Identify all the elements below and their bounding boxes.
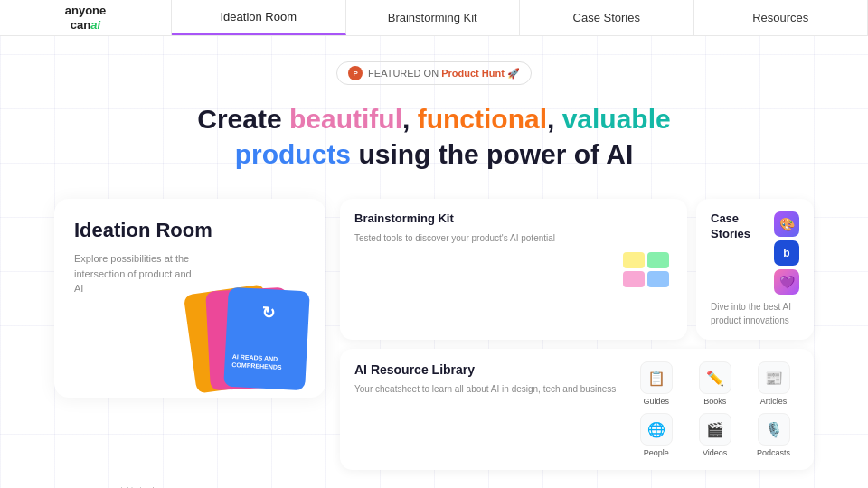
logo-text: anyonecanai xyxy=(65,4,107,32)
nav-item-ideation-room[interactable]: Ideation Room xyxy=(172,0,346,35)
ph-icon: P xyxy=(348,66,363,80)
hero-headline: Create beautiful, functional, valuable p… xyxy=(54,101,814,172)
resource-podcasts[interactable]: 🎙️ Podcasts xyxy=(748,413,799,457)
brainstorming-kit-card[interactable]: Brainstorming Kit Tested tools to discov… xyxy=(340,199,687,340)
brainstorm-text-area: Brainstorming Kit Tested tools to discov… xyxy=(354,211,614,327)
nav-item-case-stories[interactable]: Case Stories xyxy=(520,0,694,35)
preview-dot-green xyxy=(647,252,669,268)
logo[interactable]: anyonecanai xyxy=(0,0,172,35)
resource-guides[interactable]: 📋 Guides xyxy=(630,361,682,406)
hero-products: products xyxy=(235,139,351,169)
resource-people[interactable]: 🌐 People xyxy=(630,413,682,457)
podcasts-label: Podcasts xyxy=(757,448,790,457)
case-card-header: Case Stories 🎨 b 💜 xyxy=(711,211,799,295)
podcasts-icon: 🎙️ xyxy=(758,413,790,446)
case-app-icons: 🎨 b 💜 xyxy=(774,211,799,295)
stacked-card-text: AI READS AND COMPREHENDS xyxy=(231,352,307,372)
hero-comma1: , xyxy=(402,104,418,134)
articles-label: Articles xyxy=(760,397,788,406)
ph-featured-text: FEATURED ON xyxy=(368,68,441,79)
ph-emoji: 🚀 xyxy=(507,68,520,79)
brainstorm-title: Brainstorming Kit xyxy=(354,211,614,227)
preview-row-2 xyxy=(623,271,673,287)
case-stories-card[interactable]: Case Stories 🎨 b 💜 Dive into the best AI… xyxy=(696,199,814,340)
right-grid: Brainstorming Kit Tested tools to discov… xyxy=(340,199,814,470)
resource-desc: Your cheatsheet to learn all about AI in… xyxy=(354,382,616,396)
cards-section: Ideation Room Explore possibilities at t… xyxy=(54,199,814,470)
ideation-card-desc: Explore possibilities at the intersectio… xyxy=(74,251,192,296)
hero-valuable: valuable xyxy=(562,104,671,134)
ph-brand-text: Product Hunt xyxy=(441,68,505,79)
ideation-room-card[interactable]: Ideation Room Explore possibilities at t… xyxy=(54,199,326,398)
stacked-card-blue: ↻ AI READS AND COMPREHENDS xyxy=(223,287,310,391)
hero-comma2: , xyxy=(547,104,562,134)
refresh-icon: ↻ xyxy=(260,303,275,324)
resource-library-card[interactable]: AI Resource Library Your cheatsheet to l… xyxy=(340,349,814,470)
ph-badge[interactable]: P FEATURED ON Product Hunt 🚀 xyxy=(336,61,532,85)
hero-line1-pre: Create xyxy=(197,104,289,134)
resource-videos[interactable]: 🎬 Videos xyxy=(689,413,741,457)
videos-label: Videos xyxy=(703,448,727,457)
articles-icon: 📰 xyxy=(758,361,790,394)
preview-dot-yellow xyxy=(623,252,645,268)
people-icon: 🌐 xyxy=(640,413,673,446)
case-app-icon-3: 💜 xyxy=(774,269,799,295)
books-label: Books xyxy=(703,397,726,406)
people-label: People xyxy=(644,448,669,457)
ideation-card-title: Ideation Room xyxy=(74,219,306,242)
guides-icon: 📋 xyxy=(640,361,673,394)
hero-beautiful: beautiful xyxy=(289,104,402,134)
preview-dot-blue xyxy=(647,271,669,287)
main-content: P FEATURED ON Product Hunt 🚀 Create beau… xyxy=(0,36,868,488)
brainstorm-desc: Tested tools to discover your product's … xyxy=(354,231,614,245)
hero-line2-post: using the power of AI xyxy=(351,139,633,169)
case-desc: Dive into the best AI product innovation… xyxy=(711,300,799,327)
preview-dot-pink xyxy=(623,271,645,287)
brainstorm-preview xyxy=(623,211,673,327)
nav-item-resources[interactable]: Resources xyxy=(694,0,869,35)
hero-functional: functional xyxy=(418,104,547,134)
videos-icon: 🎬 xyxy=(699,413,731,446)
books-icon: ✏️ xyxy=(699,361,731,394)
navbar: anyonecanai Ideation Room Brainstorming … xyxy=(0,0,868,36)
case-title: Case Stories xyxy=(711,211,774,242)
case-app-icon-2: b xyxy=(774,240,799,266)
nav-items: Ideation Room Brainstorming Kit Case Sto… xyxy=(172,0,868,35)
preview-row-1 xyxy=(623,252,673,268)
guides-label: Guides xyxy=(643,397,669,406)
resource-title: AI Resource Library xyxy=(354,361,616,378)
nav-item-brainstorming-kit[interactable]: Brainstorming Kit xyxy=(346,0,521,35)
resource-articles[interactable]: 📰 Articles xyxy=(748,361,799,406)
ph-badge-container: P FEATURED ON Product Hunt 🚀 xyxy=(54,61,814,85)
right-top-row: Brainstorming Kit Tested tools to discov… xyxy=(340,199,814,340)
resource-icons-grid: 📋 Guides ✏️ Books 📰 Articles 🌐 People xyxy=(630,361,799,457)
resource-text-area: AI Resource Library Your cheatsheet to l… xyxy=(354,361,616,396)
case-app-icon-1: 🎨 xyxy=(774,211,799,237)
resource-books[interactable]: ✏️ Books xyxy=(689,361,741,406)
